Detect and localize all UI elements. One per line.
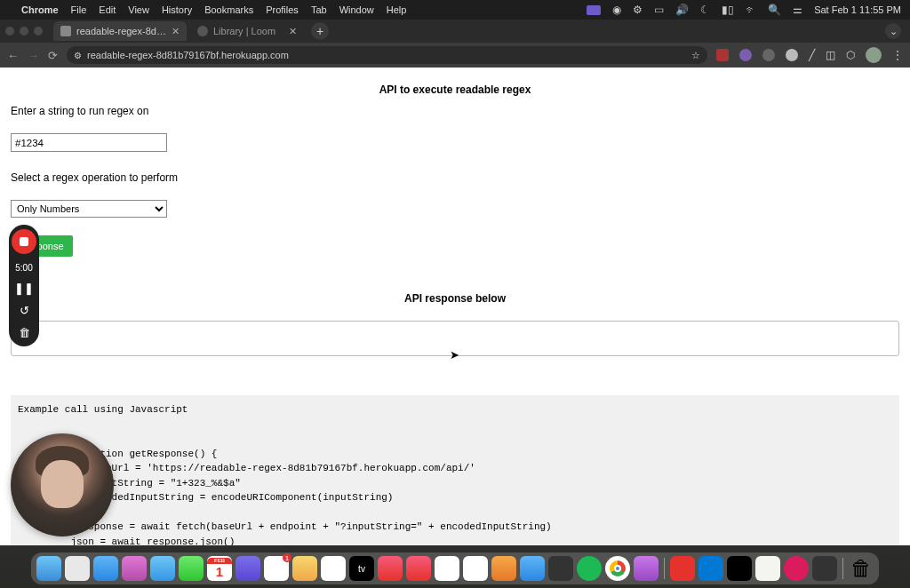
input-label: Enter a string to run regex on xyxy=(11,105,899,117)
active-app-name[interactable]: Chrome xyxy=(21,4,59,15)
settings-gear-icon[interactable]: ⚙ xyxy=(633,4,643,16)
extension-icon[interactable]: ⬡ xyxy=(846,49,855,61)
dock-spotify-icon[interactable] xyxy=(577,556,602,581)
api-response-heading: API response below xyxy=(11,292,899,305)
dock-keynote-icon[interactable] xyxy=(435,556,459,581)
menu-help[interactable]: Help xyxy=(387,4,407,15)
dock-creative-cloud-icon[interactable] xyxy=(784,556,809,581)
extension-icon[interactable] xyxy=(716,49,729,61)
reload-button-icon[interactable]: ⟳ xyxy=(48,49,58,62)
loom-webcam-bubble[interactable] xyxy=(11,433,114,536)
menu-file[interactable]: File xyxy=(71,4,87,15)
dock-music-icon[interactable] xyxy=(378,556,403,581)
loom-pause-icon[interactable]: ❚❚ xyxy=(14,282,34,295)
screen-recording-indicator-icon[interactable] xyxy=(587,5,601,15)
dock-numbers-icon[interactable] xyxy=(463,556,488,581)
dock-notes-icon[interactable] xyxy=(321,556,346,581)
maximize-window-icon[interactable] xyxy=(34,27,43,36)
page-title: API to execute readable regex xyxy=(11,83,899,96)
menubar-datetime[interactable]: Sat Feb 1 11:55 PM xyxy=(814,4,901,15)
close-tab-icon[interactable]: ✕ xyxy=(289,26,297,37)
new-tab-button[interactable]: + xyxy=(311,22,329,40)
minimize-window-icon[interactable] xyxy=(20,27,28,36)
dock-chrome-icon[interactable] xyxy=(605,556,630,581)
dock-launchpad-icon[interactable] xyxy=(65,556,90,581)
dock-trash-icon[interactable]: 🗑 xyxy=(849,556,874,581)
back-button-icon[interactable]: ← xyxy=(7,49,19,62)
dock-settings-icon[interactable] xyxy=(548,556,573,581)
api-response-output[interactable] xyxy=(11,321,899,356)
tab-label: Library | Loom xyxy=(213,26,283,36)
loom-timer: 5:00 xyxy=(15,263,32,273)
search-icon[interactable]: 🔍 xyxy=(768,4,781,16)
regex-input[interactable] xyxy=(11,133,167,152)
menu-history[interactable]: History xyxy=(162,4,192,15)
dock-app-icon[interactable] xyxy=(235,556,260,581)
loom-delete-icon[interactable]: 🗑 xyxy=(19,326,30,339)
dock-separator xyxy=(842,558,843,579)
loom-stop-button[interactable] xyxy=(12,229,36,254)
dock-safari-icon[interactable] xyxy=(150,556,175,581)
menu-tab[interactable]: Tab xyxy=(311,4,327,15)
tab-loom-library[interactable]: Library | Loom ✕ xyxy=(190,21,304,41)
dock-podcasts-icon[interactable] xyxy=(634,556,659,581)
macos-dock: FEB 1 1 tv 🗑 xyxy=(31,552,879,584)
loom-menubar-icon[interactable]: ◉ xyxy=(612,4,621,16)
dock-pages-icon[interactable] xyxy=(491,556,516,581)
dock-vscode-icon[interactable] xyxy=(698,556,723,581)
site-settings-icon[interactable]: ⚙ xyxy=(74,51,82,60)
battery-icon[interactable]: ▮▯ xyxy=(722,4,734,16)
dock-photos-icon[interactable] xyxy=(292,556,317,581)
loom-restart-icon[interactable]: ↻ xyxy=(20,304,29,317)
stop-icon xyxy=(20,237,28,246)
tabs-dropdown-icon[interactable]: ⌄ xyxy=(885,23,901,39)
dock-terminal-icon[interactable] xyxy=(727,556,752,581)
dock-reminders-icon[interactable]: 1 xyxy=(264,556,289,581)
tab-label: readable-regex-8d81b79167 xyxy=(76,26,166,36)
dock-app-icon[interactable] xyxy=(812,556,837,581)
dock-news-icon[interactable] xyxy=(406,556,431,581)
wifi-icon[interactable]: ᯤ xyxy=(746,4,756,16)
macos-menubar: Chrome File Edit View History Bookmarks … xyxy=(0,0,910,20)
dock-textedit-icon[interactable] xyxy=(755,556,780,581)
menu-bookmarks[interactable]: Bookmarks xyxy=(204,4,253,15)
dock-separator xyxy=(664,558,665,579)
dock-podcast-icon[interactable] xyxy=(122,556,147,581)
close-tab-icon[interactable]: ✕ xyxy=(172,26,180,37)
dock-mail-icon[interactable] xyxy=(93,556,118,581)
moon-icon[interactable]: ☾ xyxy=(700,4,710,16)
chrome-toolbar: ← → ⟳ ⚙ readable-regex-8d81b79167bf.hero… xyxy=(0,43,910,68)
dock-finder-icon[interactable] xyxy=(36,556,61,581)
window-controls[interactable] xyxy=(5,27,43,36)
url-text: readable-regex-8d81b79167bf.herokuapp.co… xyxy=(87,50,289,60)
forward-button-icon[interactable]: → xyxy=(28,49,39,62)
operation-select[interactable]: Only Numbers xyxy=(11,200,167,218)
chrome-menu-icon[interactable]: ⋮ xyxy=(892,49,903,61)
dock-appstore-icon[interactable] xyxy=(520,556,545,581)
dock-acrobat-icon[interactable] xyxy=(670,556,695,581)
example-code-block: Example call using Javascript async func… xyxy=(11,395,899,545)
extension-icon[interactable] xyxy=(739,49,752,61)
tab-favicon-icon xyxy=(60,26,71,36)
menu-view[interactable]: View xyxy=(128,4,149,15)
page-content: API to execute readable regex Enter a st… xyxy=(0,68,910,545)
bookmark-star-icon[interactable]: ☆ xyxy=(691,50,700,61)
extension-icon[interactable] xyxy=(762,49,775,61)
control-center-icon[interactable]: ⚌ xyxy=(793,4,802,16)
extension-icon[interactable] xyxy=(786,49,798,61)
menu-window[interactable]: Window xyxy=(339,4,374,15)
loom-recorder-widget[interactable]: 5:00 ❚❚ ↻ 🗑 xyxy=(9,225,39,346)
dock-tv-icon[interactable]: tv xyxy=(349,556,374,581)
tab-readable-regex[interactable]: readable-regex-8d81b79167 ✕ xyxy=(53,21,187,41)
extensions-icon[interactable]: ◫ xyxy=(826,49,835,61)
url-bar[interactable]: ⚙ readable-regex-8d81b79167bf.herokuapp.… xyxy=(67,46,707,64)
profile-avatar-icon[interactable] xyxy=(866,47,882,63)
volume-icon[interactable]: 🔊 xyxy=(675,4,689,16)
dock-messages-icon[interactable] xyxy=(179,556,204,581)
extension-icon[interactable]: ╱ xyxy=(809,49,815,61)
close-window-icon[interactable] xyxy=(5,27,14,36)
menu-profiles[interactable]: Profiles xyxy=(266,4,299,15)
dock-calendar-icon[interactable]: FEB 1 xyxy=(207,556,232,581)
menu-edit[interactable]: Edit xyxy=(99,4,116,15)
screen-mirror-icon[interactable]: ▭ xyxy=(654,4,664,16)
